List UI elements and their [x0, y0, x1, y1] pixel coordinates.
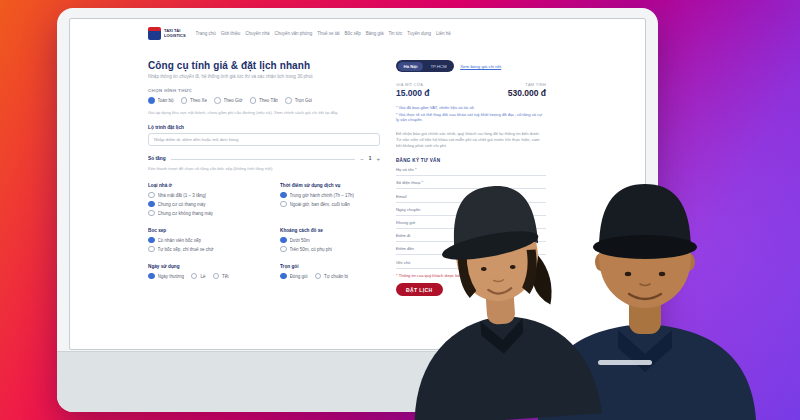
- book-now-button[interactable]: ĐẶT LỊCH: [396, 283, 443, 296]
- page-title: Công cụ tính giá & đặt lịch nhanh: [148, 60, 380, 71]
- price-total-value: 530.000 đ: [508, 88, 546, 98]
- nav-link[interactable]: Liên hệ: [436, 31, 451, 36]
- radio-icon: [148, 201, 155, 208]
- form-field[interactable]: Số điện thoại *: [396, 180, 546, 189]
- hero-banner: TAXI TẢI LOGISTICS Trang chủGiới thiệuCh…: [0, 0, 800, 420]
- radio-icon: [213, 273, 220, 280]
- radio-option[interactable]: Đóng gói: [280, 273, 308, 280]
- brand-name: TAXI TẢI LOGISTICS: [164, 29, 186, 39]
- nav-link[interactable]: Chuyển văn phòng: [274, 31, 312, 36]
- radio-option[interactable]: Tết: [213, 273, 229, 280]
- imac-monitor: TAXI TẢI LOGISTICS Trang chủGiới thiệuCh…: [57, 8, 658, 412]
- radio-option[interactable]: Tự chuẩn bị: [315, 273, 349, 280]
- radio-option[interactable]: Có nhân viên bốc xếp: [148, 237, 272, 244]
- service-type-options: Toàn bộ Theo Xe Theo Giờ: [148, 97, 380, 106]
- form-field[interactable]: Ghi chú: [396, 260, 546, 269]
- nav-link[interactable]: Tuyển dụng: [407, 31, 431, 36]
- service-radio-option[interactable]: Trọn Gói: [285, 97, 312, 104]
- privacy-note: * Thông tin của quý khách được bảo mật t…: [396, 273, 546, 278]
- radio-option[interactable]: Dưới 50m: [280, 237, 380, 244]
- nav-link[interactable]: Trang chủ: [196, 31, 216, 36]
- service-radio-option[interactable]: Toàn bộ: [148, 97, 174, 104]
- radio-icon: [285, 97, 292, 104]
- region-toggle-option[interactable]: Hà Nội: [398, 62, 424, 71]
- price-from: GIÁ MỞ CỬA 15.000 đ: [396, 82, 430, 98]
- input-underline: [396, 212, 546, 216]
- price-notes: * Giá đã bao gồm VAT, nhiên liệu và tài …: [396, 105, 546, 123]
- service-type-label: CHỌN HÌNH THỨC: [148, 88, 380, 93]
- radio-option[interactable]: Nhà mặt đất (1 – 3 tầng): [148, 192, 272, 199]
- form-field[interactable]: Điểm đến: [396, 246, 546, 255]
- radio-icon: [148, 192, 155, 199]
- radio-option[interactable]: Trong giờ hành chính (7h – 17h): [280, 192, 380, 199]
- radio-option[interactable]: Trên 50m, có phụ phí: [280, 246, 380, 253]
- form-field[interactable]: Họ và tên *: [396, 167, 546, 176]
- service-radio-option[interactable]: Theo Xe: [181, 97, 208, 104]
- radio-option[interactable]: Tự bốc xếp, chỉ thuê xe chở: [148, 246, 272, 253]
- region-toggle-option[interactable]: TP.HCM: [424, 62, 452, 71]
- floors-note: Kéo thanh trượt để chọn số tầng cần bốc …: [148, 166, 380, 172]
- nav-link[interactable]: Thuê xe tải: [317, 31, 339, 36]
- radio-group-package: Trọn gói Đóng góiTự chuẩn bị: [280, 264, 380, 282]
- floors-slider[interactable]: [171, 158, 356, 160]
- floors-value: 1: [369, 156, 372, 161]
- brand-logo-icon: [148, 27, 161, 40]
- radio-icon: [315, 273, 322, 280]
- form-field[interactable]: Email: [396, 194, 546, 203]
- input-underline: [396, 199, 546, 203]
- radio-icon: [148, 246, 155, 253]
- calculator-form: Công cụ tính giá & đặt lịch nhanh Nhập t…: [148, 60, 380, 296]
- floors-row: Số tầng − 1 +: [148, 156, 380, 162]
- input-underline: [396, 238, 546, 242]
- form-field[interactable]: Điểm đi: [396, 233, 546, 242]
- form-field[interactable]: Ngày chuyển: [396, 207, 546, 216]
- route-input[interactable]: Nhập điểm đi, điểm đến hoặc mã đơn hàng: [148, 133, 380, 146]
- service-note: Giá áp dụng khu vực nội thành, chưa gồm …: [148, 110, 380, 116]
- radio-group-house-type: Loại nhà ở Nhà mặt đất (1 – 3 tầng)Chung…: [148, 183, 272, 219]
- radio-icon: [148, 210, 155, 217]
- radio-icon: [214, 97, 221, 104]
- nav-link[interactable]: Bốc xếp: [344, 31, 360, 36]
- nav-link[interactable]: Giới thiệu: [221, 31, 240, 36]
- route-label: Lộ trình đặt lịch: [148, 125, 380, 130]
- radio-icon: [181, 97, 188, 104]
- input-underline: [396, 172, 546, 176]
- radio-option[interactable]: Ngoài giờ, ban đêm, cuối tuần: [280, 201, 380, 208]
- nav-link[interactable]: Tin tức: [389, 31, 403, 36]
- form-field[interactable]: Khung giờ: [396, 220, 546, 229]
- price-row: GIÁ MỞ CỬA 15.000 đ TẠM TÍNH 530.000 đ: [396, 82, 546, 98]
- radio-icon: [280, 273, 287, 280]
- radio-option[interactable]: Chung cư có thang máy: [148, 201, 272, 208]
- radio-icon: [280, 237, 287, 244]
- region-toggle: Hà NộiTP.HCM: [396, 60, 454, 72]
- consult-paragraph: Để nhận báo giá chính xác nhất, quý khác…: [396, 131, 546, 149]
- website-page: TAXI TẢI LOGISTICS Trang chủGiới thiệuCh…: [148, 27, 546, 296]
- monitor-screen: TAXI TẢI LOGISTICS Trang chủGiới thiệuCh…: [69, 18, 646, 350]
- input-underline: [396, 265, 546, 269]
- service-radio-option[interactable]: Theo Giờ: [214, 97, 242, 104]
- radio-icon: [191, 273, 198, 280]
- radio-icon: [280, 192, 287, 199]
- input-underline: [396, 251, 546, 255]
- radio-group-loading: Bốc xếp Có nhân viên bốc xếpTự bốc xếp, …: [148, 228, 272, 255]
- plus-button[interactable]: +: [376, 156, 380, 162]
- region-toggle-row: Hà NộiTP.HCM Xem bảng giá chi tiết: [396, 60, 546, 72]
- radio-icon: [280, 201, 287, 208]
- service-radio-option[interactable]: Theo Tấn: [250, 97, 279, 104]
- price-note: * Giá thực tế có thể thay đổi sau khảo s…: [396, 112, 546, 123]
- site-header: TAXI TẢI LOGISTICS Trang chủGiới thiệuCh…: [148, 27, 546, 40]
- brand-logo[interactable]: TAXI TẢI LOGISTICS: [148, 27, 186, 40]
- radio-option[interactable]: Ngày thường: [148, 273, 184, 280]
- radio-option[interactable]: Lễ: [191, 273, 206, 280]
- booking-form-label: ĐĂNG KÝ TƯ VẤN: [396, 158, 546, 163]
- radio-icon: [280, 246, 287, 253]
- floors-label: Số tầng: [148, 156, 166, 161]
- radio-option[interactable]: Chung cư không thang máy: [148, 210, 272, 217]
- nav-link[interactable]: Chuyển nhà: [245, 31, 269, 36]
- input-underline: [396, 225, 546, 229]
- price-table-link[interactable]: Xem bảng giá chi tiết: [460, 64, 501, 69]
- nav-link[interactable]: Bảng giá: [366, 31, 384, 36]
- price-note: * Giá đã bao gồm VAT, nhiên liệu và tài …: [396, 105, 546, 111]
- option-groups-grid: Loại nhà ở Nhà mặt đất (1 – 3 tầng)Chung…: [148, 183, 380, 282]
- minus-button[interactable]: −: [360, 156, 364, 162]
